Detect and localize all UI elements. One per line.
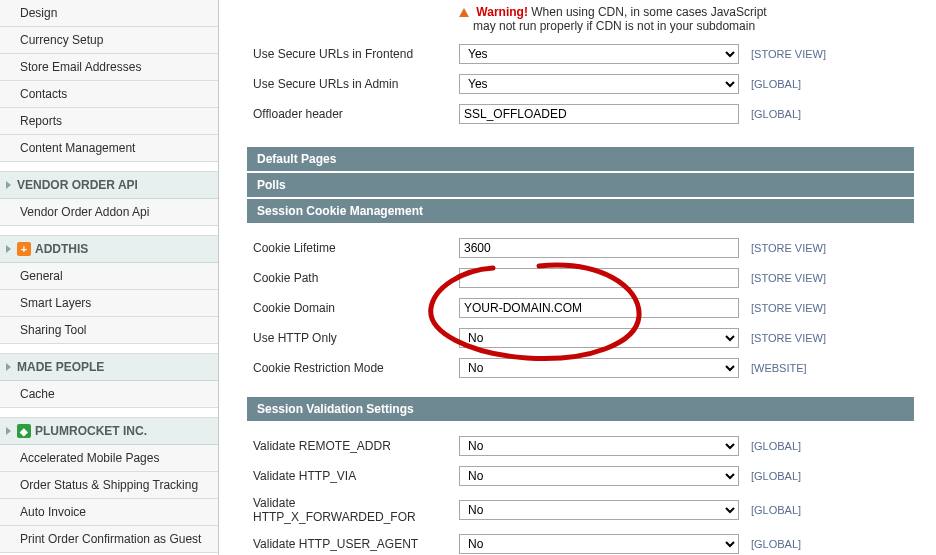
section-polls[interactable]: Polls [247, 173, 914, 197]
scope-label: [GLOBAL] [745, 461, 914, 491]
warning-text-line2: may not run properly if CDN is not in yo… [473, 19, 755, 33]
use-http-only-select[interactable]: No [459, 328, 739, 348]
sidebar-item-cache[interactable]: Cache [0, 381, 218, 408]
scope-label: [GLOBAL] [745, 99, 914, 129]
sidebar-item-auto-invoice[interactable]: Auto Invoice [0, 499, 218, 526]
sidebar-item-order-status-tracking[interactable]: Order Status & Shipping Tracking [0, 472, 218, 499]
sidebar-item-content-management[interactable]: Content Management [0, 135, 218, 162]
warning-label: Warning! [476, 5, 528, 19]
expand-icon [6, 181, 11, 189]
offloader-header-input[interactable] [459, 104, 739, 124]
scope-label: [STORE VIEW] [745, 293, 914, 323]
addthis-icon: + [17, 242, 31, 256]
scope-label: [WEBSITE] [745, 353, 914, 383]
validate-http-user-agent-select[interactable]: No [459, 534, 739, 554]
sidebar-item-currency-setup[interactable]: Currency Setup [0, 27, 218, 54]
sidebar-item-smart-layers[interactable]: Smart Layers [0, 290, 218, 317]
top-form-table: Warning! When using CDN, in some cases J… [247, 0, 914, 129]
sidebar-item-store-email[interactable]: Store Email Addresses [0, 54, 218, 81]
sidebar-item-amp[interactable]: Accelerated Mobile Pages [0, 445, 218, 472]
scope-label: [STORE VIEW] [745, 263, 914, 293]
field-label: Validate REMOTE_ADDR [247, 431, 453, 461]
cookie-lifetime-input[interactable] [459, 238, 739, 258]
field-label: Validate HTTP_X_FORWARDED_FOR [247, 491, 453, 529]
group-label: PLUMROCKET INC. [35, 424, 147, 438]
scope-label: [STORE VIEW] [745, 323, 914, 353]
sidebar-group-made-people[interactable]: MADE PEOPLE [0, 354, 218, 381]
field-label: Offloader header [247, 99, 453, 129]
secure-frontend-select[interactable]: Yes [459, 44, 739, 64]
scope-label: [GLOBAL] [745, 69, 914, 99]
field-label: Validate HTTP_USER_AGENT [247, 529, 453, 555]
field-label: Cookie Domain [247, 293, 453, 323]
scope-label: [GLOBAL] [745, 491, 914, 529]
group-label: VENDOR ORDER API [17, 178, 138, 192]
sidebar-item-design[interactable]: Design [0, 0, 218, 27]
section-default-pages[interactable]: Default Pages [247, 147, 914, 171]
sidebar-item-reports[interactable]: Reports [0, 108, 218, 135]
expand-icon [6, 427, 11, 435]
sidebar-item-general[interactable]: General [0, 263, 218, 290]
scope-label: [GLOBAL] [745, 431, 914, 461]
validate-remote-addr-select[interactable]: No [459, 436, 739, 456]
field-label: Cookie Restriction Mode [247, 353, 453, 383]
expand-icon [6, 363, 11, 371]
sidebar-item-vendor-order-addon[interactable]: Vendor Order Addon Api [0, 199, 218, 226]
field-label: Cookie Path [247, 263, 453, 293]
cookie-form-table: Cookie Lifetime [STORE VIEW] Cookie Path… [247, 233, 914, 383]
cookie-restriction-select[interactable]: No [459, 358, 739, 378]
sidebar-item-print-order-confirmation[interactable]: Print Order Confirmation as Guest [0, 526, 218, 553]
field-label: Cookie Lifetime [247, 233, 453, 263]
warning-icon [459, 8, 469, 17]
validate-http-xff-select[interactable]: No [459, 500, 739, 520]
group-label: MADE PEOPLE [17, 360, 104, 374]
validation-form-table: Validate REMOTE_ADDR No [GLOBAL] Validat… [247, 431, 914, 555]
secure-admin-select[interactable]: Yes [459, 74, 739, 94]
sidebar-group-addthis[interactable]: + ADDTHIS [0, 236, 218, 263]
sidebar-group-plumrocket[interactable]: ◆ PLUMROCKET INC. [0, 418, 218, 445]
sidebar-item-contacts[interactable]: Contacts [0, 81, 218, 108]
warning-text-line1: When using CDN, in some cases JavaScript [531, 5, 766, 19]
field-label: Validate HTTP_VIA [247, 461, 453, 491]
main-content: Warning! When using CDN, in some cases J… [219, 0, 936, 555]
sidebar-group-vendor-order-api[interactable]: VENDOR ORDER API [0, 172, 218, 199]
cookie-domain-input[interactable] [459, 298, 739, 318]
scope-label: [GLOBAL] [745, 529, 914, 555]
group-label: ADDTHIS [35, 242, 88, 256]
expand-icon [6, 245, 11, 253]
field-label: Use Secure URLs in Admin [247, 69, 453, 99]
field-label: Use Secure URLs in Frontend [247, 39, 453, 69]
sidebar-item-sharing-tool[interactable]: Sharing Tool [0, 317, 218, 344]
sidebar: Design Currency Setup Store Email Addres… [0, 0, 219, 555]
field-label: Use HTTP Only [247, 323, 453, 353]
validate-http-via-select[interactable]: No [459, 466, 739, 486]
scope-label: [STORE VIEW] [745, 233, 914, 263]
section-cookie-management[interactable]: Session Cookie Management [247, 199, 914, 223]
cookie-path-input[interactable] [459, 268, 739, 288]
scope-label: [STORE VIEW] [745, 39, 914, 69]
plumrocket-icon: ◆ [17, 424, 31, 438]
section-session-validation[interactable]: Session Validation Settings [247, 397, 914, 421]
